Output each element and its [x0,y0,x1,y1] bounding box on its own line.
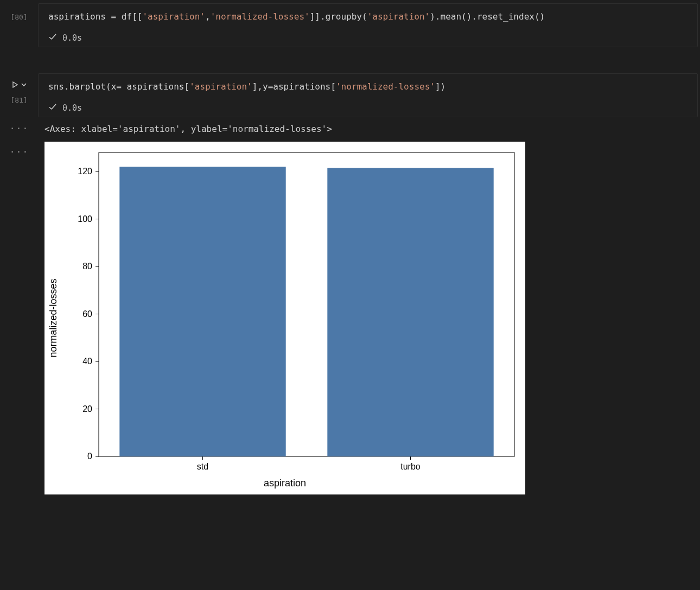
code-line[interactable]: sns.barplot(x= aspirations['aspiration']… [39,74,697,99]
exec-time: 0.0s [62,33,82,43]
code-input[interactable]: aspirations = df[['aspiration','normaliz… [38,3,698,47]
output-toggle-icon[interactable]: ··· [0,142,38,494]
cell-main: sns.barplot(x= aspirations['aspiration']… [38,70,700,118]
svg-text:80: 80 [82,262,92,271]
svg-rect-15 [119,167,285,456]
output-toggle-icon[interactable]: ··· [0,118,38,142]
exec-time: 0.0s [62,103,82,113]
run-cell-button[interactable] [11,81,27,88]
output-repr: <Axes: xlabel='aspiration', ylabel='norm… [38,118,700,142]
output-row: ··· <Axes: xlabel='aspiration', ylabel='… [0,118,700,142]
svg-text:std: std [197,462,208,471]
check-icon [48,33,57,43]
svg-text:40: 40 [82,357,92,366]
y-axis-label: normalized-losses [48,278,59,357]
exec-count: [81] [10,96,27,104]
svg-text:60: 60 [82,309,92,319]
output-row: ··· 020406080100120stdturbo normalized-l… [0,142,700,494]
chart-output: 020406080100120stdturbo normalized-losse… [44,142,525,494]
cell-main: aspirations = df[['aspiration','normaliz… [38,0,700,48]
x-axis-label: aspiration [44,478,525,489]
code-line[interactable]: aspirations = df[['aspiration','normaliz… [39,4,697,29]
notebook-cell: [80] aspirations = df[['aspiration','nor… [0,0,700,48]
execution-status: 0.0s [39,99,697,117]
cell-gap [0,48,700,70]
check-icon [48,103,57,113]
code-input[interactable]: sns.barplot(x= aspirations['aspiration']… [38,73,698,117]
execution-status: 0.0s [39,29,697,47]
notebook-cell: [81] sns.barplot(x= aspirations['aspirat… [0,70,700,118]
cell-gutter: [81] [0,70,38,118]
svg-text:20: 20 [82,404,92,414]
svg-text:0: 0 [87,452,92,461]
svg-rect-18 [327,168,493,456]
cell-gutter: [80] [0,0,38,48]
bar-chart: 020406080100120stdturbo [44,142,525,489]
svg-text:turbo: turbo [400,462,421,471]
svg-text:120: 120 [78,167,92,176]
svg-text:100: 100 [78,214,92,224]
exec-count: [80] [10,13,27,21]
